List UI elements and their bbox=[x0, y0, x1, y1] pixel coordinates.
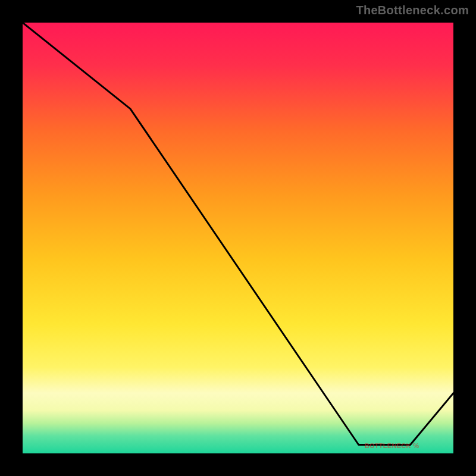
gradient-background bbox=[23, 23, 453, 453]
chart-frame: TheBottleneck.com bbox=[0, 0, 476, 476]
plot-area: BOTTLENECK % bbox=[21, 21, 455, 455]
attribution-label: TheBottleneck.com bbox=[356, 4, 469, 17]
gradient-plot bbox=[23, 23, 453, 453]
inline-series-label: BOTTLENECK % bbox=[365, 442, 419, 449]
